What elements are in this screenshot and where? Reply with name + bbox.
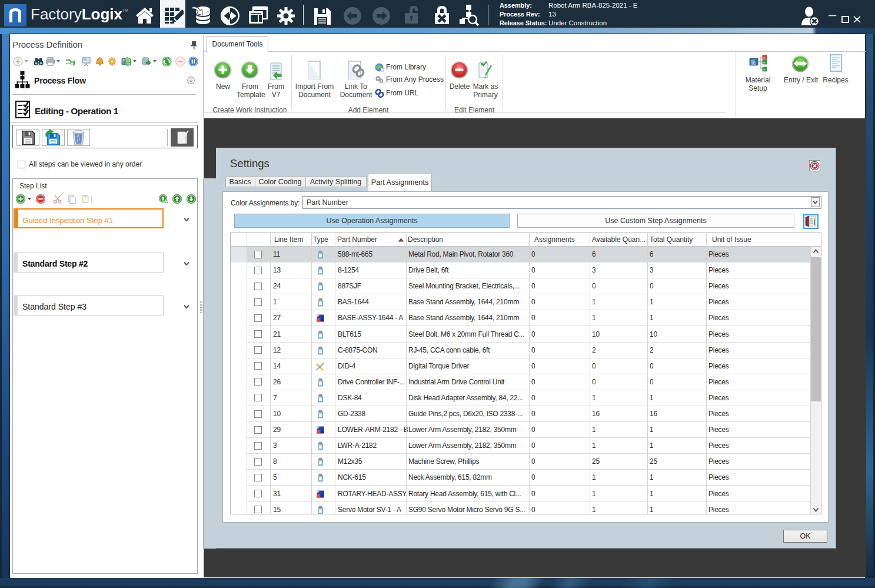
- svg-text:M3: M3: [751, 62, 756, 65]
